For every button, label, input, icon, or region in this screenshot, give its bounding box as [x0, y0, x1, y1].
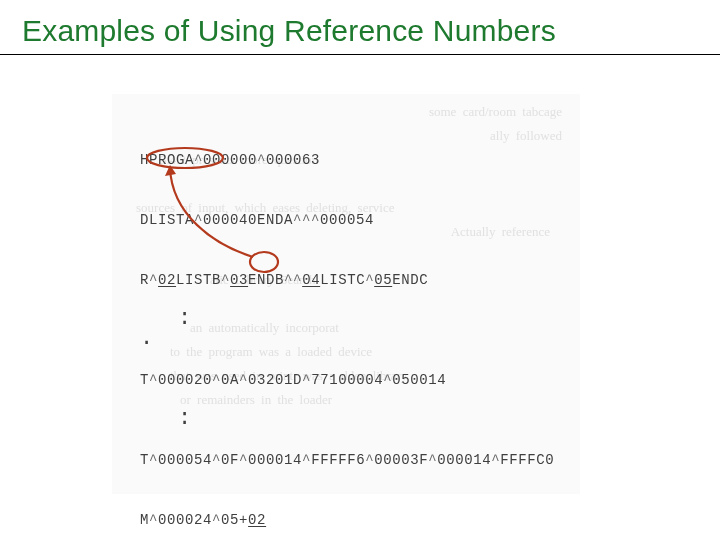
define-record: DLISTA^000040ENDA^^^000054	[140, 210, 554, 230]
slide-title: Examples of Using Reference Numbers	[0, 0, 720, 48]
ellipsis: :	[176, 412, 193, 428]
text-record: T^000020^0A^03201D^77100004^050014	[140, 370, 554, 390]
scanned-figure: some card/room tabcage ally followed 3.4…	[112, 94, 580, 494]
header-record: HPROGA^000000^000063	[140, 150, 554, 170]
object-record-listing: HPROGA^000000^000063 DLISTA^000040ENDA^^…	[140, 110, 554, 540]
text-record: T^000054^0F^000014^FFFFF6^00003F^000014^…	[140, 450, 554, 470]
ellipsis: :.	[140, 312, 193, 348]
refer-record: R^02LISTB^03ENDB^^04LISTC^05ENDC	[140, 270, 554, 290]
mod-record: M^000024^05+02	[140, 510, 554, 530]
title-rule	[0, 54, 720, 55]
